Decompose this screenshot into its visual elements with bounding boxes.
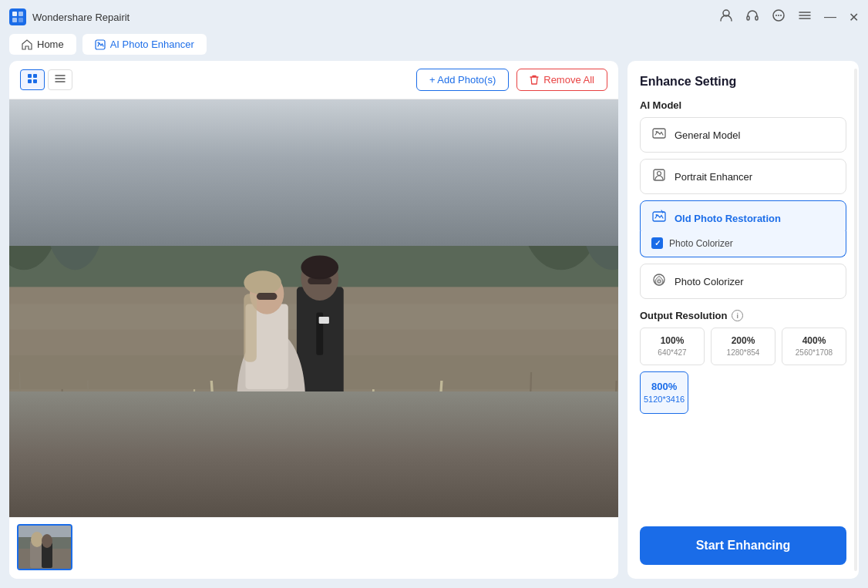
thumbnail-item[interactable] [17, 524, 72, 570]
svg-rect-19 [33, 79, 37, 83]
ai-photo-enhancer-nav-button[interactable]: AI Photo Enhancer [82, 34, 207, 55]
svg-point-30 [523, 167, 600, 270]
svg-rect-0 [12, 12, 17, 16]
svg-line-58 [211, 381, 220, 517]
close-icon[interactable]: ✕ [849, 10, 859, 25]
general-model-label: General Model [675, 129, 740, 141]
photo-colorizer-checkbox[interactable] [651, 237, 663, 249]
old-photo-restoration-label: Old Photo Restoration [675, 213, 781, 224]
home-nav-label: Home [37, 39, 64, 50]
svg-rect-55 [308, 277, 331, 284]
home-nav-button[interactable]: Home [9, 34, 76, 55]
svg-point-68 [31, 532, 43, 547]
grid-view-button[interactable] [20, 69, 45, 90]
thumbnail-image [19, 526, 71, 569]
svg-point-25 [194, 116, 365, 159]
right-panel: Enhance Setting AI Model General Model [627, 61, 859, 579]
resolution-100-button[interactable]: 100% 640*427 [640, 328, 705, 365]
svg-point-46 [301, 255, 338, 279]
enhance-setting-title: Enhance Setting [640, 75, 846, 89]
remove-all-button[interactable]: Remove All [516, 69, 607, 91]
res-400-pct: 400% [786, 334, 843, 348]
svg-point-70 [42, 534, 52, 548]
svg-point-63 [382, 472, 501, 510]
res-100-size: 640*427 [644, 348, 701, 358]
general-model-option[interactable]: General Model [640, 117, 846, 153]
photo-colorizer-standalone-label: Photo Colorizer [675, 276, 744, 287]
list-view-button[interactable] [48, 69, 72, 90]
svg-point-10 [780, 15, 782, 16]
minimize-icon[interactable]: — [824, 10, 836, 24]
main-content: + Add Photo(s) Remove All [0, 61, 868, 588]
svg-point-72 [656, 131, 658, 133]
svg-point-76 [656, 214, 658, 216]
svg-point-62 [143, 483, 246, 517]
resolution-200-button[interactable]: 200% 1280*854 [711, 328, 775, 365]
svg-line-37 [58, 389, 62, 517]
ai-model-section: AI Model General Model [640, 99, 846, 299]
view-toggle [20, 69, 72, 90]
old-photo-icon [651, 210, 667, 227]
photo-colorizer-option[interactable]: Photo Colorizer [640, 264, 846, 299]
svg-rect-3 [19, 18, 23, 22]
app-title: Wondershare Repairit [32, 12, 130, 23]
title-bar: Wondershare Repairit [0, 0, 868, 34]
ai-model-label: AI Model [640, 99, 846, 111]
resolution-800-button[interactable]: 800% 5120*3416 [640, 371, 688, 415]
svg-point-8 [775, 15, 777, 16]
photo-colorizer-checkbox-label: Photo Colorizer [669, 238, 733, 249]
res-800-size: 5120*3416 [644, 394, 685, 405]
remove-all-label: Remove All [543, 74, 594, 86]
main-photo [9, 99, 618, 517]
start-enhancing-button[interactable]: Start Enhancing [640, 526, 846, 565]
headphone-icon[interactable] [745, 8, 759, 25]
resolution-grid: 100% 640*427 200% 1280*854 400% 2560*170… [640, 328, 846, 365]
svg-line-43 [612, 381, 617, 517]
svg-rect-1 [19, 12, 23, 16]
svg-rect-17 [33, 74, 37, 78]
chat-icon[interactable] [772, 8, 786, 25]
app-icon [9, 8, 26, 25]
res-400-size: 2560*1708 [786, 348, 843, 358]
nav-bar: Home AI Photo Enhancer [0, 34, 868, 61]
svg-point-52 [244, 270, 281, 294]
svg-rect-53 [244, 294, 257, 361]
res-800-pct: 800% [644, 380, 685, 394]
res-100-pct: 100% [644, 334, 701, 348]
photo-colorizer-icon [651, 273, 667, 290]
res-200-size: 1280*854 [715, 348, 772, 358]
svg-rect-54 [257, 293, 278, 300]
portrait-enhancer-option[interactable]: Portrait Enhancer [640, 159, 846, 194]
svg-line-61 [433, 381, 442, 517]
ai-photo-enhancer-nav-label: AI Photo Enhancer [110, 39, 194, 50]
resolution-400-button[interactable]: 400% 2560*1708 [782, 328, 846, 365]
svg-rect-5 [747, 16, 749, 20]
svg-line-39 [126, 398, 131, 517]
scrollbar-track [854, 69, 857, 571]
thumbnail-strip [9, 517, 618, 579]
svg-line-59 [365, 389, 373, 517]
svg-rect-2 [12, 18, 17, 22]
output-resolution-section: Output Resolution i 100% 640*427 200% 12… [640, 310, 846, 414]
profile-icon[interactable] [719, 8, 733, 25]
svg-line-40 [489, 389, 493, 517]
svg-line-41 [527, 372, 532, 517]
portrait-enhancer-label: Portrait Enhancer [675, 171, 752, 183]
menu-icon[interactable] [798, 8, 812, 25]
svg-rect-48 [319, 317, 329, 324]
svg-line-42 [574, 398, 578, 517]
photo-display [9, 99, 618, 517]
svg-line-56 [152, 398, 169, 517]
output-resolution-label: Output Resolution i [640, 310, 846, 321]
photo-colorizer-checkbox-row[interactable]: Photo Colorizer [640, 231, 846, 257]
title-bar-right: — ✕ [719, 8, 859, 25]
svg-point-9 [778, 15, 779, 16]
title-bar-left: Wondershare Repairit [9, 8, 130, 25]
svg-point-15 [97, 42, 99, 43]
add-photos-button[interactable]: + Add Photo(s) [416, 69, 509, 91]
svg-point-26 [348, 144, 552, 192]
res-200-pct: 200% [715, 334, 772, 348]
toolbar: + Add Photo(s) Remove All [9, 61, 618, 99]
left-panel: + Add Photo(s) Remove All [9, 61, 618, 579]
info-icon[interactable]: i [732, 310, 743, 321]
